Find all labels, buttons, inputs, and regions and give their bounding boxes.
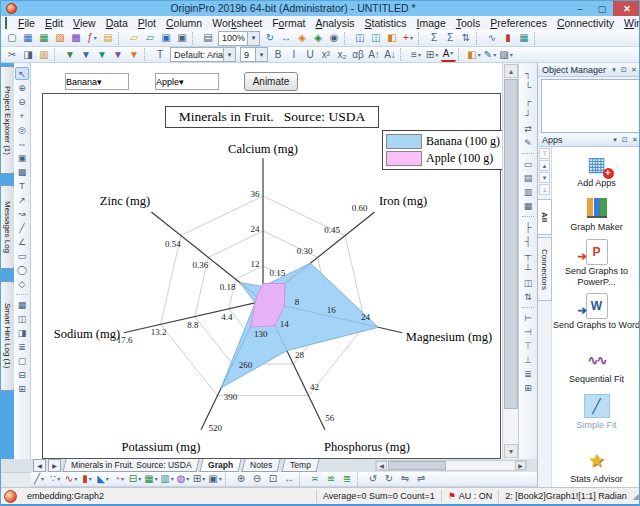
- panel-menu-icon[interactable]: ▾: [609, 66, 619, 74]
- axis-label-potassium[interactable]: Potassium (mg): [122, 440, 201, 454]
- down-icon[interactable]: ▼: [539, 172, 550, 183]
- align-bottom-icon[interactable]: ⊥: [521, 353, 536, 366]
- sheet-tab-minerals[interactable]: Minerals in Fruit. Source: USDA: [62, 459, 200, 472]
- sidebar-tab-smart-hint-log[interactable]: Smart Hint Log (1): [1, 281, 15, 391]
- panel-menu-icon[interactable]: ▾: [610, 136, 620, 144]
- first-icon[interactable]: ⊤: [539, 148, 550, 159]
- sum-icon[interactable]: Σ: [427, 31, 442, 45]
- import-database-icon[interactable]: ▼: [127, 48, 142, 62]
- merge-cells-icon[interactable]: ⊞: [425, 48, 440, 62]
- group-objects-icon[interactable]: ⊞: [15, 382, 29, 395]
- zoom-out-graph-icon[interactable]: ⊖: [250, 472, 265, 486]
- subscript-icon[interactable]: x₂: [335, 48, 350, 62]
- close-button[interactable]: ✕: [613, 1, 640, 16]
- axis-top-icon[interactable]: ┐: [521, 66, 536, 79]
- rescale-icon[interactable]: ↔: [279, 31, 294, 45]
- axis-label-calcium[interactable]: Calcium (mg): [228, 142, 298, 156]
- plot-scatter-icon[interactable]: ∵: [48, 472, 63, 486]
- last-icon[interactable]: ⊥: [539, 184, 550, 195]
- new-workbook-icon[interactable]: ▦: [21, 31, 36, 45]
- plot-line-symbol-icon[interactable]: ∿: [64, 472, 79, 486]
- arrow-tool-icon[interactable]: ↗: [15, 193, 29, 206]
- chevron-down-icon[interactable]: ▾: [97, 77, 102, 87]
- equal-x-icon[interactable]: ≍: [308, 472, 323, 486]
- font-tool-icon[interactable]: T: [153, 48, 168, 62]
- align-icon[interactable]: ≡: [409, 48, 424, 62]
- align-top-icon[interactable]: ⊤: [521, 339, 536, 352]
- new-layer-icon[interactable]: ▦: [15, 298, 29, 311]
- object-edit-icon[interactable]: ▢: [15, 354, 29, 367]
- import-binary-icon[interactable]: ▼: [111, 48, 126, 62]
- plot-3d-bars-icon[interactable]: ▥: [160, 472, 175, 486]
- selection-on-all-icon[interactable]: ▩: [15, 165, 29, 178]
- sidebar-tab-messages-log[interactable]: Messages Log: [1, 185, 15, 269]
- font-color-icon[interactable]: A: [441, 48, 456, 62]
- line-color-icon[interactable]: ✎: [483, 48, 498, 62]
- greek-icon[interactable]: αβ: [351, 48, 366, 62]
- refresh-icon[interactable]: ↻: [263, 31, 278, 45]
- close-icon[interactable]: ✕: [629, 66, 639, 74]
- object-manager-toggle-icon[interactable]: ◫: [369, 31, 384, 45]
- plot-statistical-icon[interactable]: ⊞: [192, 472, 207, 486]
- tab-scroll-left-icon[interactable]: ◀: [33, 459, 46, 472]
- zoom-out-icon[interactable]: ⊖: [15, 95, 29, 108]
- duplicate-layer-icon[interactable]: ◫: [521, 276, 536, 289]
- menu-tools[interactable]: Tools: [451, 16, 486, 30]
- plot-contour-icon[interactable]: ◍: [176, 472, 191, 486]
- line-tool-icon[interactable]: ╱: [15, 221, 29, 234]
- rotate-cw-icon[interactable]: ↻: [382, 472, 397, 486]
- save-icon[interactable]: ▣: [159, 31, 174, 45]
- vertical-scrollbar[interactable]: ▲ ▼: [502, 63, 519, 459]
- plot-template-icon[interactable]: ▦: [517, 31, 532, 45]
- grid-h-icon[interactable]: ▤: [521, 171, 536, 184]
- sidebar-tab-project-explorer[interactable]: Project Explorer (1): [1, 66, 15, 174]
- import-ascii-icon[interactable]: ▼: [63, 48, 78, 62]
- new-graph-icon[interactable]: ▨: [53, 31, 68, 45]
- tilt-left-icon[interactable]: ⇋: [398, 472, 413, 486]
- project-explorer-toggle-icon[interactable]: ◫: [353, 31, 368, 45]
- axis-label-magnesium[interactable]: Magnesium (mg): [406, 330, 492, 344]
- text-tool-icon[interactable]: T: [15, 179, 29, 192]
- scroll-left-icon[interactable]: ◀: [376, 461, 387, 470]
- bold-icon[interactable]: B: [271, 48, 286, 62]
- app-simple-fit[interactable]: ╱Simple Fit: [551, 393, 640, 431]
- horizontal-scrollbar[interactable]: ◀ ▶: [375, 460, 527, 471]
- plot-pie-icon[interactable]: ◔: [112, 472, 127, 486]
- increase-font-icon[interactable]: A↑: [367, 48, 382, 62]
- column-statistics-icon[interactable]: Σ: [443, 31, 458, 45]
- merge-graphs-icon[interactable]: ◫: [15, 312, 29, 325]
- distribute-icon[interactable]: ≣: [521, 367, 536, 380]
- align-objects-icon[interactable]: ⊟: [15, 368, 29, 381]
- new-excel-icon[interactable]: ▦: [37, 31, 52, 45]
- align-left-icon[interactable]: ⊢: [521, 311, 536, 324]
- equal-xy-icon[interactable]: ≣: [340, 472, 355, 486]
- scroll-down-icon[interactable]: ▼: [504, 444, 518, 458]
- menu-plot[interactable]: Plot: [133, 16, 161, 30]
- plot-line-icon[interactable]: ∿: [485, 31, 500, 45]
- new-matrix-icon[interactable]: ▩: [69, 31, 84, 45]
- polyline-tool-icon[interactable]: ∠: [15, 235, 29, 248]
- italic-icon[interactable]: I: [287, 48, 302, 62]
- pointer-icon[interactable]: ↖: [15, 67, 29, 80]
- apps-toggle-icon[interactable]: ◧: [385, 31, 400, 45]
- screen-reader-icon[interactable]: +: [15, 109, 29, 122]
- menu-format[interactable]: Format: [267, 16, 310, 30]
- add-bottom-axis-icon[interactable]: ┴: [521, 262, 536, 275]
- zoom-in-icon[interactable]: ⊕: [15, 81, 29, 94]
- font-combo[interactable]: Default: Arial▾: [170, 47, 236, 62]
- scrollbar-thumb[interactable]: [388, 461, 446, 470]
- axis-bottom-icon[interactable]: └: [521, 80, 536, 93]
- menu-file[interactable]: File: [13, 16, 40, 30]
- menu-view[interactable]: View: [68, 16, 101, 30]
- rectangle-tool-icon[interactable]: ▭: [15, 249, 29, 262]
- extract-layer-icon[interactable]: ◨: [15, 326, 29, 339]
- plot-area-icon[interactable]: ◣: [96, 472, 111, 486]
- menu-column[interactable]: Column: [161, 16, 207, 30]
- app-sequential-fit[interactable]: ∿∿Sequential Fit: [551, 347, 640, 385]
- maximize-button[interactable]: ▢: [591, 1, 613, 16]
- circle-tool-icon[interactable]: ◯: [15, 263, 29, 276]
- app-stats-advisor[interactable]: ★Stats Advisor: [551, 447, 640, 485]
- grid-v-icon[interactable]: ▥: [521, 185, 536, 198]
- menu-window[interactable]: Window: [619, 16, 640, 30]
- sheet-tab-temp[interactable]: Temp: [281, 459, 319, 472]
